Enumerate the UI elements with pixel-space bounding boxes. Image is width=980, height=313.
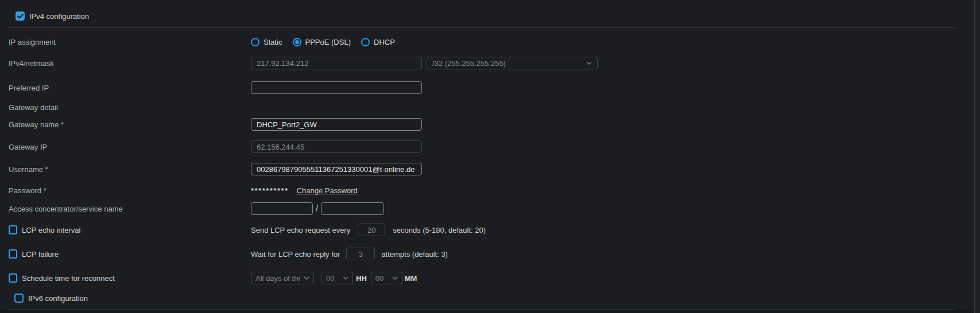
ipv6-configuration-label: IPv6 configuration (28, 294, 88, 303)
pppoe-interface-config-panel: IPv4 configuration IP assignment Static … (0, 0, 980, 313)
schedule-day-value: All days of the w (255, 274, 300, 283)
row-ip-assignment: IP assignment Static PPPoE (DSL) DHCP (9, 35, 946, 49)
row-lcp-echo-interval: LCP echo interval Send LCP echo request … (9, 223, 946, 237)
ipv4-address-input (251, 57, 422, 69)
netmask-select-value: /32 (255.255.255.255) (432, 59, 506, 68)
schedule-reconnect-label: Schedule time for reconnect (22, 274, 115, 283)
lcp-failure-text-before: Wait for LCP echo reply for (251, 250, 340, 259)
section-bottom-strip (0, 310, 975, 313)
row-gateway-detail: Gateway detail (9, 100, 946, 114)
radio-dhcp-label: DHCP (374, 38, 395, 46)
lcp-echo-text-after: seconds (5-180, default: 20) (393, 226, 486, 234)
row-access-concentrator: Access concentrator/service name / (9, 202, 946, 216)
lcp-echo-interval-checkbox[interactable] (9, 225, 17, 234)
radio-pppoe-label: PPPoE (DSL) (305, 38, 351, 46)
change-password-link[interactable]: Change Password (297, 186, 358, 195)
access-concentrator-label: Access concentrator/service name (9, 205, 251, 213)
radio-unselected-icon (251, 38, 259, 46)
ip-assignment-label: IP assignment (9, 38, 251, 46)
schedule-mm-select: 00 (371, 272, 402, 284)
masked-password-value: ********** (251, 186, 289, 195)
gateway-name-input[interactable] (251, 118, 422, 131)
radio-static[interactable]: Static (251, 38, 282, 46)
chevron-down-icon (304, 276, 309, 280)
row-username: Username * (9, 162, 946, 176)
row-ipv6-configuration: IPv6 configuration (14, 291, 946, 305)
radio-unselected-icon (361, 38, 370, 46)
radio-static-label: Static (264, 38, 282, 46)
lcp-failure-checkbox[interactable] (9, 249, 17, 259)
row-password: Password * ********** Change Password (9, 183, 946, 197)
radio-pppoe-dsl[interactable]: PPPoE (DSL) (293, 38, 351, 46)
scrollbar-track[interactable] (974, 0, 980, 313)
row-lcp-failure: LCP failure Wait for LCP echo reply for … (9, 247, 946, 261)
mm-unit-label: MM (405, 274, 417, 283)
service-name-input[interactable] (321, 202, 384, 215)
schedule-mm-value: 00 (375, 274, 384, 283)
lcp-failure-attempts-input (346, 248, 375, 260)
ipv4-configuration-label: IPv4 configuration (29, 12, 89, 21)
schedule-hh-select: 00 (321, 272, 353, 284)
username-label: Username * (9, 165, 251, 174)
row-schedule-reconnect: Schedule time for reconnect All days of … (9, 271, 946, 285)
schedule-hh-value: 00 (326, 274, 334, 283)
row-ipv4-netmask: IPv4/netmask /32 (255.255.255.255) (9, 56, 946, 70)
lcp-failure-text-after: attempts (default: 3) (381, 250, 448, 259)
ip-assignment-radio-group: Static PPPoE (DSL) DHCP (251, 38, 395, 46)
gateway-ip-label: Gateway IP (9, 143, 251, 151)
lcp-echo-interval-label: LCP echo interval (22, 226, 80, 234)
row-gateway-name: Gateway name * (9, 118, 946, 131)
lcp-echo-text-before: Send LCP echo request every (251, 226, 350, 234)
preferred-ip-input[interactable] (251, 81, 422, 94)
radio-selected-icon (293, 38, 301, 46)
ipv4-configuration-checkbox[interactable] (16, 11, 25, 21)
lcp-echo-seconds-input (358, 224, 385, 236)
gateway-ip-input (251, 140, 422, 153)
chevron-down-icon (343, 276, 348, 280)
netmask-select: /32 (255.255.255.255) (427, 57, 598, 69)
check-icon (17, 14, 24, 19)
schedule-day-select: All days of the w (251, 272, 314, 284)
lcp-failure-label: LCP failure (22, 250, 59, 259)
gateway-name-label: Gateway name * (9, 120, 251, 129)
ipv6-configuration-checkbox[interactable] (14, 294, 24, 303)
hh-unit-label: HH (356, 274, 367, 283)
section-header-ipv4: IPv4 configuration (16, 9, 946, 23)
radio-dhcp[interactable]: DHCP (361, 38, 395, 46)
section-divider-top (9, 27, 955, 28)
chevron-down-icon (586, 61, 592, 65)
username-input[interactable] (251, 163, 422, 175)
slash-separator: / (316, 204, 318, 213)
access-concentrator-input[interactable] (251, 202, 313, 215)
password-label: Password * (9, 186, 251, 195)
row-gateway-ip: Gateway IP (9, 140, 946, 154)
chevron-down-icon (392, 276, 398, 280)
gateway-detail-label: Gateway detail (9, 103, 251, 112)
schedule-reconnect-checkbox[interactable] (9, 273, 17, 283)
ipv4-netmask-label: IPv4/netmask (9, 59, 251, 68)
preferred-ip-label: Preferred IP (9, 84, 251, 92)
row-preferred-ip: Preferred IP (9, 81, 946, 95)
